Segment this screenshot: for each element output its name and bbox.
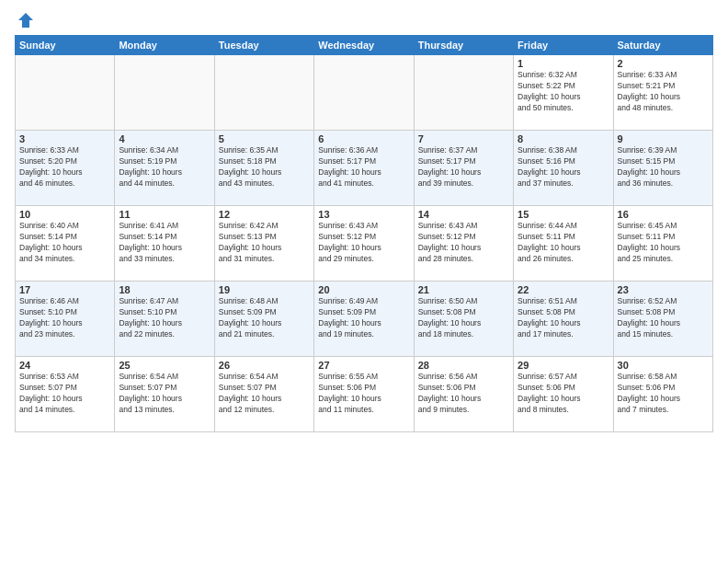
calendar-cell: 11Sunrise: 6:41 AM Sunset: 5:14 PM Dayli… xyxy=(115,206,214,282)
calendar-cell xyxy=(115,55,214,131)
calendar-week-row: 24Sunrise: 6:53 AM Sunset: 5:07 PM Dayli… xyxy=(16,357,713,432)
logo-icon xyxy=(17,11,35,29)
day-number: 24 xyxy=(19,360,110,371)
day-number: 6 xyxy=(318,133,409,144)
calendar-cell: 5Sunrise: 6:35 AM Sunset: 5:18 PM Daylig… xyxy=(214,131,313,206)
calendar-cell: 7Sunrise: 6:37 AM Sunset: 5:17 PM Daylig… xyxy=(414,131,513,206)
calendar-cell: 27Sunrise: 6:55 AM Sunset: 5:06 PM Dayli… xyxy=(314,357,414,432)
calendar-cell: 12Sunrise: 6:42 AM Sunset: 5:13 PM Dayli… xyxy=(214,206,313,282)
day-info: Sunrise: 6:37 AM Sunset: 5:17 PM Dayligh… xyxy=(418,145,509,190)
calendar-cell: 2Sunrise: 6:33 AM Sunset: 5:21 PM Daylig… xyxy=(613,55,712,131)
day-info: Sunrise: 6:34 AM Sunset: 5:19 PM Dayligh… xyxy=(119,145,210,190)
calendar-week-row: 17Sunrise: 6:46 AM Sunset: 5:10 PM Dayli… xyxy=(16,282,713,357)
calendar-cell: 15Sunrise: 6:44 AM Sunset: 5:11 PM Dayli… xyxy=(514,206,613,282)
day-number: 11 xyxy=(119,209,210,220)
weekday-header-friday: Friday xyxy=(514,36,613,55)
weekday-header-monday: Monday xyxy=(115,36,214,55)
day-number: 25 xyxy=(119,360,210,371)
day-number: 16 xyxy=(618,209,709,220)
day-number: 7 xyxy=(418,133,509,144)
calendar-cell: 9Sunrise: 6:39 AM Sunset: 5:15 PM Daylig… xyxy=(613,131,712,206)
day-number: 23 xyxy=(618,284,709,295)
day-number: 2 xyxy=(618,58,709,69)
calendar-cell: 6Sunrise: 6:36 AM Sunset: 5:17 PM Daylig… xyxy=(314,131,414,206)
weekday-header-tuesday: Tuesday xyxy=(214,36,313,55)
page-container: SundayMondayTuesdayWednesdayThursdayFrid… xyxy=(0,0,728,440)
calendar-cell: 20Sunrise: 6:49 AM Sunset: 5:09 PM Dayli… xyxy=(314,282,414,357)
day-number: 15 xyxy=(518,209,609,220)
calendar-cell: 1Sunrise: 6:32 AM Sunset: 5:22 PM Daylig… xyxy=(514,55,613,131)
day-number: 20 xyxy=(318,284,409,295)
day-number: 5 xyxy=(219,133,310,144)
day-info: Sunrise: 6:40 AM Sunset: 5:14 PM Dayligh… xyxy=(19,221,110,265)
day-info: Sunrise: 6:43 AM Sunset: 5:12 PM Dayligh… xyxy=(318,221,409,265)
day-info: Sunrise: 6:44 AM Sunset: 5:11 PM Dayligh… xyxy=(518,221,609,265)
day-info: Sunrise: 6:42 AM Sunset: 5:13 PM Dayligh… xyxy=(219,221,310,265)
day-info: Sunrise: 6:53 AM Sunset: 5:07 PM Dayligh… xyxy=(19,372,110,416)
calendar-cell: 14Sunrise: 6:43 AM Sunset: 5:12 PM Dayli… xyxy=(414,206,513,282)
calendar-cell xyxy=(16,55,115,131)
calendar-cell xyxy=(414,55,513,131)
day-info: Sunrise: 6:55 AM Sunset: 5:06 PM Dayligh… xyxy=(318,372,409,416)
day-number: 26 xyxy=(219,360,310,371)
calendar-cell: 22Sunrise: 6:51 AM Sunset: 5:08 PM Dayli… xyxy=(514,282,613,357)
calendar-cell: 8Sunrise: 6:38 AM Sunset: 5:16 PM Daylig… xyxy=(514,131,613,206)
day-info: Sunrise: 6:33 AM Sunset: 5:21 PM Dayligh… xyxy=(618,70,709,114)
calendar-cell xyxy=(314,55,414,131)
day-info: Sunrise: 6:50 AM Sunset: 5:08 PM Dayligh… xyxy=(418,296,509,340)
calendar-cell: 30Sunrise: 6:58 AM Sunset: 5:06 PM Dayli… xyxy=(613,357,712,432)
day-number: 4 xyxy=(119,133,210,144)
day-info: Sunrise: 6:35 AM Sunset: 5:18 PM Dayligh… xyxy=(219,145,310,190)
header xyxy=(15,11,713,29)
day-info: Sunrise: 6:33 AM Sunset: 5:20 PM Dayligh… xyxy=(19,145,110,190)
day-info: Sunrise: 6:38 AM Sunset: 5:16 PM Dayligh… xyxy=(518,145,609,190)
calendar-table: SundayMondayTuesdayWednesdayThursdayFrid… xyxy=(15,35,713,432)
day-number: 28 xyxy=(418,360,509,371)
day-number: 18 xyxy=(119,284,210,295)
day-info: Sunrise: 6:56 AM Sunset: 5:06 PM Dayligh… xyxy=(418,372,509,416)
calendar-cell: 16Sunrise: 6:45 AM Sunset: 5:11 PM Dayli… xyxy=(613,206,712,282)
calendar-week-row: 3Sunrise: 6:33 AM Sunset: 5:20 PM Daylig… xyxy=(16,131,713,206)
day-number: 12 xyxy=(219,209,310,220)
day-info: Sunrise: 6:39 AM Sunset: 5:15 PM Dayligh… xyxy=(618,145,709,190)
day-number: 22 xyxy=(518,284,609,295)
day-number: 9 xyxy=(618,133,709,144)
weekday-header-wednesday: Wednesday xyxy=(314,36,414,55)
weekday-header-thursday: Thursday xyxy=(414,36,513,55)
day-info: Sunrise: 6:51 AM Sunset: 5:08 PM Dayligh… xyxy=(518,296,609,340)
day-info: Sunrise: 6:36 AM Sunset: 5:17 PM Dayligh… xyxy=(318,145,409,190)
day-info: Sunrise: 6:58 AM Sunset: 5:06 PM Dayligh… xyxy=(618,372,709,416)
calendar-cell: 19Sunrise: 6:48 AM Sunset: 5:09 PM Dayli… xyxy=(214,282,313,357)
calendar-cell xyxy=(214,55,313,131)
day-number: 17 xyxy=(19,284,110,295)
calendar-cell: 4Sunrise: 6:34 AM Sunset: 5:19 PM Daylig… xyxy=(115,131,214,206)
day-number: 3 xyxy=(19,133,110,144)
day-info: Sunrise: 6:49 AM Sunset: 5:09 PM Dayligh… xyxy=(318,296,409,340)
day-info: Sunrise: 6:45 AM Sunset: 5:11 PM Dayligh… xyxy=(618,221,709,265)
day-number: 19 xyxy=(219,284,310,295)
day-number: 10 xyxy=(19,209,110,220)
day-info: Sunrise: 6:46 AM Sunset: 5:10 PM Dayligh… xyxy=(19,296,110,340)
day-info: Sunrise: 6:43 AM Sunset: 5:12 PM Dayligh… xyxy=(418,221,509,265)
calendar-cell: 29Sunrise: 6:57 AM Sunset: 5:06 PM Dayli… xyxy=(514,357,613,432)
calendar-cell: 23Sunrise: 6:52 AM Sunset: 5:08 PM Dayli… xyxy=(613,282,712,357)
calendar-cell: 10Sunrise: 6:40 AM Sunset: 5:14 PM Dayli… xyxy=(16,206,115,282)
calendar-cell: 26Sunrise: 6:54 AM Sunset: 5:07 PM Dayli… xyxy=(214,357,313,432)
calendar-cell: 25Sunrise: 6:54 AM Sunset: 5:07 PM Dayli… xyxy=(115,357,214,432)
day-number: 27 xyxy=(318,360,409,371)
day-number: 29 xyxy=(518,360,609,371)
day-info: Sunrise: 6:32 AM Sunset: 5:22 PM Dayligh… xyxy=(518,70,609,114)
day-info: Sunrise: 6:57 AM Sunset: 5:06 PM Dayligh… xyxy=(518,372,609,416)
day-number: 30 xyxy=(618,360,709,371)
calendar-cell: 13Sunrise: 6:43 AM Sunset: 5:12 PM Dayli… xyxy=(314,206,414,282)
day-info: Sunrise: 6:54 AM Sunset: 5:07 PM Dayligh… xyxy=(219,372,310,416)
day-number: 8 xyxy=(518,133,609,144)
day-info: Sunrise: 6:41 AM Sunset: 5:14 PM Dayligh… xyxy=(119,221,210,265)
day-number: 13 xyxy=(318,209,409,220)
calendar-cell: 28Sunrise: 6:56 AM Sunset: 5:06 PM Dayli… xyxy=(414,357,513,432)
day-info: Sunrise: 6:47 AM Sunset: 5:10 PM Dayligh… xyxy=(119,296,210,340)
day-info: Sunrise: 6:48 AM Sunset: 5:09 PM Dayligh… xyxy=(219,296,310,340)
calendar-cell: 3Sunrise: 6:33 AM Sunset: 5:20 PM Daylig… xyxy=(16,131,115,206)
calendar-week-row: 10Sunrise: 6:40 AM Sunset: 5:14 PM Dayli… xyxy=(16,206,713,282)
day-number: 21 xyxy=(418,284,509,295)
